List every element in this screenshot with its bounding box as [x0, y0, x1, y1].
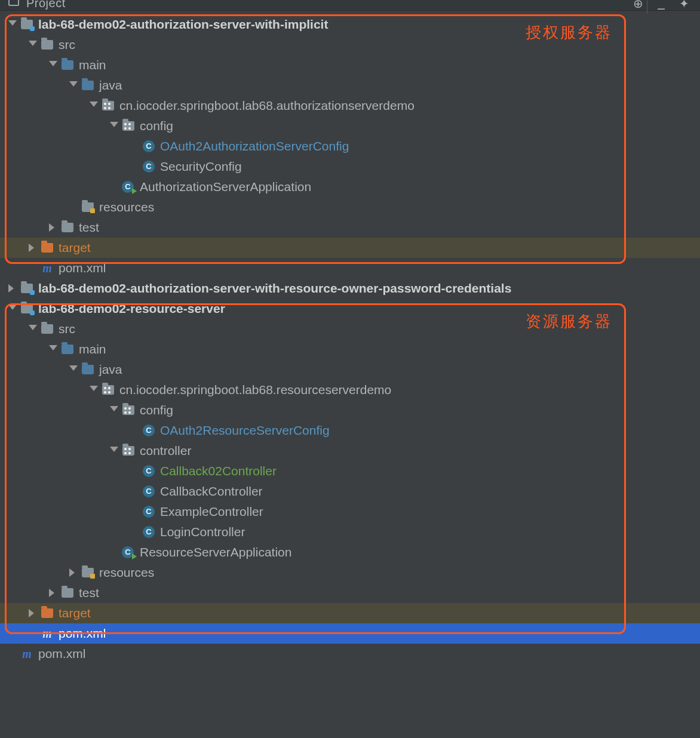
- tree-row[interactable]: COAuth2AuthorizationServerConfig: [0, 136, 700, 156]
- tree-item-label: pom.xml: [59, 626, 106, 641]
- tree-row[interactable]: main: [0, 339, 700, 359]
- class-c-icon: C: [142, 526, 155, 538]
- tree-item-label: main: [79, 58, 106, 72]
- tree-row[interactable]: CAuthorizationServerApplication: [0, 177, 700, 197]
- tree-row[interactable]: cn.iocoder.springboot.lab68.resourceserv…: [0, 380, 700, 400]
- spacer: [130, 508, 139, 516]
- tree-row[interactable]: test: [0, 583, 700, 603]
- tree-row[interactable]: test: [0, 217, 700, 238]
- folder-module-icon: [20, 19, 33, 30]
- tree-item-label: lab-68-demo02-authorization-server-with-…: [38, 17, 328, 32]
- tree-item-label: resources: [99, 565, 154, 580]
- spacer: [29, 629, 37, 638]
- maven-m-icon: m: [41, 262, 54, 274]
- tree-row[interactable]: target: [0, 238, 700, 258]
- collapse-icon[interactable]: ⎯: [658, 0, 665, 11]
- spacer: [130, 142, 139, 150]
- target-icon[interactable]: ⊕: [633, 0, 643, 11]
- chevron-right-icon[interactable]: [49, 589, 57, 597]
- folder-pkg-icon: [122, 445, 135, 457]
- tree-row[interactable]: CCallbackController: [0, 481, 700, 502]
- tree-row[interactable]: config: [0, 116, 700, 136]
- tree-row[interactable]: mpom.xml: [0, 623, 700, 644]
- tree-item-label: src: [59, 322, 75, 336]
- settings-icon[interactable]: ✦: [679, 0, 689, 11]
- tree-item-label: lab-68-demo02-resource-server: [38, 302, 225, 316]
- tree-row[interactable]: resources: [0, 197, 700, 217]
- spacer: [69, 203, 78, 211]
- chevron-right-icon[interactable]: [8, 284, 17, 293]
- tree-item-label: config: [140, 119, 173, 133]
- toolbar-icons: ⊕ ⎯ ✦: [633, 0, 689, 11]
- chevron-down-icon[interactable]: [49, 345, 57, 353]
- folder-target-icon: [41, 242, 54, 254]
- tree-item-label: resources: [99, 200, 154, 214]
- chevron-down-icon[interactable]: [90, 102, 98, 110]
- tree-item-label: test: [79, 586, 99, 600]
- maven-m-icon: m: [41, 628, 54, 639]
- tree-row[interactable]: src: [0, 35, 700, 55]
- chevron-down-icon[interactable]: [49, 61, 57, 69]
- chevron-down-icon[interactable]: [90, 386, 98, 394]
- class-c-icon: C: [142, 140, 155, 152]
- tree-item-label: ResourceServerApplication: [140, 545, 291, 559]
- tree-row[interactable]: lab-68-demo02-authorization-server-with-…: [0, 14, 700, 35]
- tree-row[interactable]: java: [0, 359, 700, 380]
- folder-src-icon: [81, 364, 94, 376]
- tree-item-label: controller: [140, 444, 191, 458]
- tree-row[interactable]: src: [0, 319, 700, 339]
- tree-row[interactable]: target: [0, 603, 700, 623]
- tree-item-label: java: [99, 362, 122, 377]
- chevron-down-icon[interactable]: [110, 406, 118, 414]
- chevron-down-icon[interactable]: [29, 325, 37, 333]
- folder-src-icon: [61, 343, 74, 355]
- spacer: [130, 528, 139, 536]
- tree-item-label: CallbackController: [160, 484, 263, 499]
- chevron-down-icon[interactable]: [69, 81, 78, 90]
- toolbar-title: Project: [26, 0, 66, 10]
- tree-row[interactable]: mpom.xml: [0, 644, 700, 664]
- chevron-down-icon[interactable]: [110, 447, 118, 455]
- tree-row[interactable]: CCallback02Controller: [0, 461, 700, 481]
- chevron-down-icon[interactable]: [69, 365, 78, 374]
- tree-row[interactable]: cn.iocoder.springboot.lab68.authorizatio…: [0, 96, 700, 116]
- chevron-down-icon[interactable]: [8, 20, 17, 29]
- folder-module-icon: [20, 303, 33, 315]
- tree-item-label: SecurityConfig: [160, 159, 242, 174]
- tree-item-label: cn.iocoder.springboot.lab68.authorizatio…: [119, 99, 415, 113]
- class-run-icon: C: [122, 181, 135, 193]
- class-c-icon: C: [142, 485, 155, 497]
- tree-item-label: pom.xml: [38, 647, 85, 661]
- tree-row[interactable]: CLoginController: [0, 522, 700, 542]
- folder-icon: [41, 323, 54, 335]
- tree-row[interactable]: CSecurityConfig: [0, 156, 700, 177]
- folder-src-icon: [61, 59, 74, 71]
- tree-row[interactable]: COAuth2ResourceServerConfig: [0, 420, 700, 441]
- tree-row[interactable]: controller: [0, 441, 700, 461]
- folder-icon: [61, 222, 74, 233]
- tree-row[interactable]: CResourceServerApplication: [0, 542, 700, 562]
- tree-row[interactable]: mpom.xml: [0, 258, 700, 278]
- tree-row[interactable]: config: [0, 400, 700, 420]
- tree-row[interactable]: lab-68-demo02-resource-server: [0, 299, 700, 319]
- chevron-right-icon[interactable]: [29, 244, 37, 252]
- tree-row[interactable]: java: [0, 75, 700, 96]
- folder-src-icon: [81, 79, 94, 91]
- project-tree[interactable]: lab-68-demo02-authorization-server-with-…: [0, 11, 700, 664]
- tree-item-label: pom.xml: [59, 261, 106, 275]
- chevron-down-icon[interactable]: [29, 41, 37, 49]
- tree-row[interactable]: resources: [0, 562, 700, 583]
- chevron-right-icon[interactable]: [49, 223, 57, 232]
- tree-row[interactable]: CExampleController: [0, 502, 700, 522]
- class-run-icon: C: [122, 546, 135, 558]
- chevron-down-icon[interactable]: [8, 305, 17, 313]
- tree-row[interactable]: lab-68-demo02-authorization-server-with-…: [0, 278, 700, 299]
- chevron-down-icon[interactable]: [110, 122, 118, 130]
- tree-row[interactable]: main: [0, 55, 700, 75]
- chevron-right-icon[interactable]: [29, 609, 37, 617]
- folder-icon: [41, 39, 54, 51]
- class-c-icon: C: [142, 465, 155, 477]
- class-c-icon: C: [142, 161, 155, 173]
- spacer: [8, 650, 17, 658]
- chevron-right-icon[interactable]: [69, 568, 78, 577]
